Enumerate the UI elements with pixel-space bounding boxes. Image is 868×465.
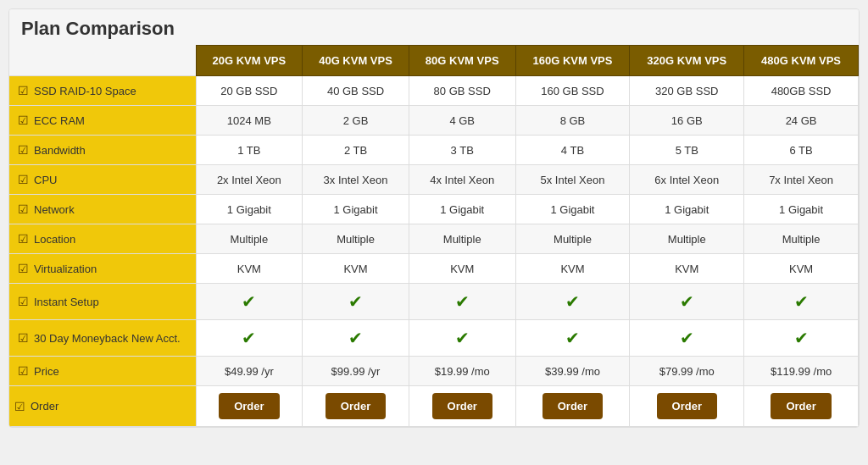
order-button-col0[interactable]: Order (219, 393, 279, 419)
cell-row9-col4: $79.99 /mo (630, 357, 744, 386)
cell-row7-col3: ✔ (515, 284, 630, 320)
cell-row9-col2: $19.99 /mo (409, 357, 515, 386)
cell-row10-col4[interactable]: Order (630, 386, 744, 427)
title-row: Plan Comparison (9, 9, 859, 45)
checkmark-icon: ✔ (348, 292, 363, 311)
cell-row4-col0: 1 Gigabit (196, 195, 303, 224)
cell-row8-col0: ✔ (196, 320, 303, 357)
cell-row4-col3: 1 Gigabit (515, 195, 630, 224)
cell-row1-col0: 1024 MB (196, 106, 303, 136)
feature-checkbox-icon: ☑ (18, 173, 29, 186)
feature-text: Location (34, 233, 75, 246)
order-button-col3[interactable]: Order (542, 393, 603, 419)
cell-row8-col5: ✔ (744, 320, 859, 357)
cell-row0-col3: 160 GB SSD (515, 76, 630, 106)
feature-checkbox-icon: ☑ (18, 113, 29, 127)
cell-row10-col1[interactable]: Order (303, 386, 409, 427)
feature-checkbox-icon: ☑ (18, 364, 29, 378)
cell-row9-col1: $99.99 /yr (303, 357, 409, 386)
cell-row3-col1: 3x Intel Xeon (303, 165, 409, 195)
order-button-col4[interactable]: Order (657, 393, 717, 419)
cell-row0-col1: 40 GB SSD (303, 76, 409, 106)
checkmark-icon: ✔ (242, 329, 256, 347)
order-button-col2[interactable]: Order (432, 393, 492, 419)
feature-text: CPU (34, 174, 57, 186)
order-button-col5[interactable]: Order (771, 393, 831, 419)
feature-text: ECC RAM (34, 114, 85, 127)
checkmark-icon: ✔ (794, 329, 809, 347)
plan-header-5: 320G KVM VPS (630, 46, 744, 76)
feature-label-5: ☑Location (9, 224, 196, 254)
feature-text: SSD RAID-10 Space (34, 85, 136, 97)
feature-label-10: ☑Order (9, 386, 196, 427)
cell-row2-col5: 6 TB (744, 136, 859, 165)
checkmark-icon: ✔ (565, 329, 580, 347)
plan-header-1: 20G KVM VPS (196, 46, 303, 76)
feature-checkbox-icon: ☑ (18, 84, 29, 97)
cell-row0-col4: 320 GB SSD (630, 76, 744, 106)
feature-checkbox-icon: ☑ (18, 295, 29, 308)
cell-row7-col1: ✔ (303, 284, 409, 320)
cell-row5-col5: Multiple (744, 224, 859, 254)
feature-label-6: ☑Virtualization (9, 254, 196, 284)
cell-row2-col2: 3 TB (409, 136, 515, 165)
cell-row9-col5: $119.99 /mo (744, 357, 859, 386)
cell-row5-col3: Multiple (515, 224, 630, 254)
cell-row4-col2: 1 Gigabit (409, 195, 515, 224)
cell-row2-col4: 5 TB (630, 136, 744, 165)
feature-label-8: ☑30 Day Moneyback New Acct. (9, 320, 196, 357)
cell-row8-col2: ✔ (409, 320, 515, 357)
cell-row0-col2: 80 GB SSD (409, 76, 515, 106)
feature-text: Instant Setup (34, 296, 99, 308)
plan-comparison-container: Plan Comparison 20G KVM VPS40G KVM VPS80… (8, 8, 860, 428)
feature-checkbox-icon: ☑ (18, 262, 29, 275)
cell-row2-col1: 2 TB (303, 136, 409, 165)
cell-row7-col0: ✔ (196, 284, 303, 320)
cell-row1-col2: 4 GB (409, 106, 515, 136)
checkmark-icon: ✔ (242, 292, 256, 311)
cell-row10-col2[interactable]: Order (409, 386, 515, 427)
cell-row3-col0: 2x Intel Xeon (196, 165, 303, 195)
cell-row0-col5: 480GB SSD (744, 76, 859, 106)
cell-row2-col0: 1 TB (196, 136, 303, 165)
cell-row2-col3: 4 TB (515, 136, 630, 165)
plan-header-3: 80G KVM VPS (409, 46, 515, 76)
cell-row8-col4: ✔ (630, 320, 744, 357)
cell-row10-col0[interactable]: Order (196, 386, 303, 427)
checkmark-icon: ✔ (455, 329, 470, 347)
feature-text: Virtualization (34, 263, 97, 275)
feature-checkbox-icon: ☑ (18, 331, 29, 345)
feature-checkbox-icon: ☑ (14, 400, 25, 413)
cell-row7-col2: ✔ (409, 284, 515, 320)
feature-text: Bandwidth (34, 144, 86, 157)
feature-checkbox-icon: ☑ (18, 143, 29, 157)
cell-row8-col3: ✔ (515, 320, 630, 357)
feature-label-9: ☑Price (9, 357, 196, 386)
order-button-col1[interactable]: Order (326, 393, 386, 419)
checkmark-icon: ✔ (794, 292, 809, 311)
cell-row6-col1: KVM (303, 254, 409, 284)
checkmark-icon: ✔ (680, 329, 694, 347)
cell-row10-col3[interactable]: Order (515, 386, 630, 427)
plan-header-2: 40G KVM VPS (303, 46, 409, 76)
cell-row3-col3: 5x Intel Xeon (515, 165, 630, 195)
cell-row4-col1: 1 Gigabit (303, 195, 409, 224)
cell-row0-col0: 20 GB SSD (196, 76, 303, 106)
cell-row3-col4: 6x Intel Xeon (630, 165, 744, 195)
comparison-table: 20G KVM VPS40G KVM VPS80G KVM VPS160G KV… (9, 45, 859, 427)
cell-row4-col5: 1 Gigabit (744, 195, 859, 224)
feature-label-0: ☑SSD RAID-10 Space (9, 76, 196, 106)
feature-label-2: ☑Bandwidth (9, 136, 196, 165)
cell-row9-col3: $39.99 /mo (515, 357, 630, 386)
plan-header-6: 480G KVM VPS (744, 46, 859, 76)
cell-row4-col4: 1 Gigabit (630, 195, 744, 224)
cell-row7-col5: ✔ (744, 284, 859, 320)
cell-row1-col5: 24 GB (744, 106, 859, 136)
checkmark-icon: ✔ (565, 292, 580, 311)
cell-row1-col4: 16 GB (630, 106, 744, 136)
cell-row1-col3: 8 GB (515, 106, 630, 136)
cell-row1-col1: 2 GB (303, 106, 409, 136)
cell-row6-col2: KVM (409, 254, 515, 284)
cell-row10-col5[interactable]: Order (744, 386, 859, 427)
cell-row5-col1: Multiple (303, 224, 409, 254)
